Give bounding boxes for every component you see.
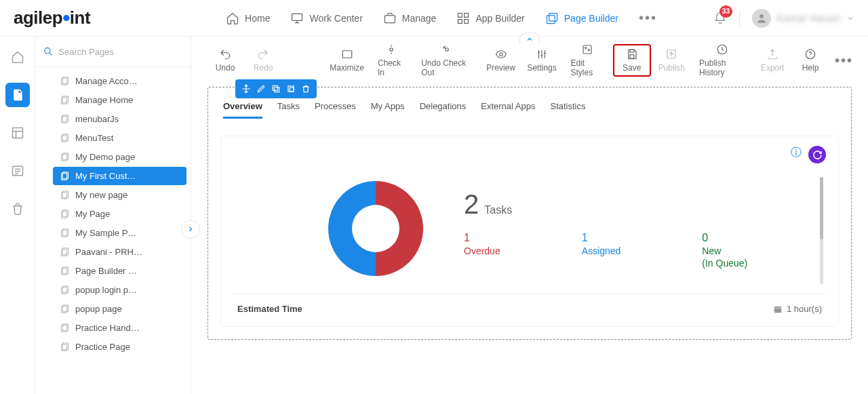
rail-components[interactable] [5,121,30,145]
history-icon [716,43,728,56]
pages-stack-icon [60,209,70,219]
briefcase-icon [383,12,397,25]
page-tree-item[interactable]: popup page [53,300,186,318]
rail-pages[interactable] [5,83,30,107]
user-menu[interactable]: Kamal Hasan [752,9,854,28]
svg-rect-57 [288,86,294,92]
pages-stack-icon [60,266,70,276]
pages-stack-icon [60,76,70,86]
page-icon [11,88,24,102]
nav-manage[interactable]: Manage [383,12,437,25]
page-tree-item[interactable]: Page Builder … [53,262,186,280]
stat-assigned-num: 1 [582,232,621,244]
stat-overdue-label: Overdue [464,245,500,256]
redo-button[interactable]: Redo [244,48,282,73]
tab-item[interactable]: External Apps [481,101,535,119]
publish-button[interactable]: Publish [652,48,691,73]
pages-stack-icon [60,114,70,124]
estimated-time-label: Estimated Time [237,304,302,314]
edit-styles-label: Edit Styles [571,58,604,77]
page-tree-item[interactable]: My new page [53,186,186,204]
edit-styles-button[interactable]: Edit Styles [563,43,612,77]
ft-edit[interactable] [254,82,268,96]
svg-rect-0 [292,14,302,20]
page-tree-item[interactable]: My First Cust… [53,167,186,185]
page-tree-item[interactable]: Practice Page [53,338,186,356]
avatar [752,9,771,28]
maximize-icon [341,48,353,60]
save-button[interactable]: Save [613,44,651,77]
move-icon [241,84,251,94]
element-floating-toolbar [235,79,317,98]
page-tree-label: My new page [75,190,127,200]
nav-more[interactable]: ••• [639,10,657,26]
export-button[interactable]: Export [753,48,791,73]
estimated-time-value: 1 hour(s) [773,304,822,314]
widget-scrollbar[interactable] [820,177,823,284]
svg-point-12 [45,48,50,54]
page-tree-label: My Demo page [75,152,135,162]
undo-checkout-button[interactable]: Undo Check Out [413,43,480,77]
preview-button[interactable]: Preview [480,48,521,73]
nav-home[interactable]: Home [226,12,270,25]
canvas-area[interactable]: OverviewTasksProcessesMy AppsDelegations… [208,87,852,340]
svg-rect-1 [384,15,395,22]
toolbar-more[interactable]: ••• [835,53,853,68]
export-icon [766,48,778,60]
rail-library[interactable] [5,159,30,183]
maximize-button[interactable]: Maximize [324,48,370,73]
nav-work-center[interactable]: Work Center [290,12,362,25]
widget-refresh-button[interactable] [808,146,826,163]
nav-app-builder[interactable]: App Builder [456,12,524,25]
donut-chart-wrap [315,174,437,283]
tab-item[interactable]: Delegations [420,101,467,119]
undo-button[interactable]: Undo [206,48,244,73]
settings-button[interactable]: Settings [521,48,563,73]
search-icon [43,46,53,57]
page-tree[interactable]: Manage Acco…Manage HomemenubarJsMenuTest… [35,67,191,394]
ft-duplicate[interactable] [284,82,298,96]
task-summary: 2 Tasks 1 Overdue 1 Assigned [464,189,819,269]
search-pages-wrap [35,37,191,67]
checkin-button[interactable]: Check In [370,43,413,77]
page-tree-item[interactable]: Paavani - PRH… [53,243,186,261]
notifications-button[interactable]: 33 [713,11,727,26]
redo-label: Redo [254,63,273,73]
tab-item[interactable]: Processes [315,101,356,119]
tab-item[interactable]: My Apps [371,101,405,119]
widget-info-button[interactable]: ⓘ [791,146,802,163]
ft-copy[interactable] [269,82,283,96]
main-area: Manage Acco…Manage HomemenubarJsMenuTest… [0,37,868,394]
eye-icon [495,48,507,60]
tab-item[interactable]: Statistics [551,101,586,119]
page-tree-item[interactable]: popup login p… [53,281,186,299]
nav-page-builder[interactable]: Page Builder [545,12,618,25]
svg-point-48 [585,47,586,49]
nav-manage-label: Manage [402,13,437,24]
page-tree-item[interactable]: Manage Home [53,91,186,109]
tab-item[interactable]: Overview [223,101,262,119]
help-button[interactable]: Help [791,48,829,73]
rail-home[interactable] [5,45,30,69]
ft-move[interactable] [239,82,253,96]
tab-item[interactable]: Tasks [277,101,300,119]
side-rail [0,37,35,394]
publish-history-button[interactable]: Publish History [691,43,753,77]
sidebar-collapse-button[interactable] [181,220,200,239]
search-pages-input[interactable] [58,47,182,57]
ft-delete[interactable] [299,82,313,96]
person-icon [755,12,768,24]
rail-trash[interactable] [5,197,30,221]
page-tree-item[interactable]: MenuTest [53,129,186,147]
pages-stack-icon [60,171,70,181]
page-tree-item[interactable]: My Page [53,205,186,223]
content-area: Undo Redo Maximize Check In Undo Check O… [191,37,868,394]
page-tree-item[interactable]: My Sample P… [53,224,186,242]
page-tree-item[interactable]: Manage Acco… [53,72,186,90]
pencil-icon [256,84,266,94]
page-tree-item[interactable]: My Demo page [53,148,186,166]
monitor-icon [290,12,304,25]
page-tree-item[interactable]: Practice Hand… [53,319,186,337]
expand-toolbar-tab[interactable] [519,33,540,45]
page-tree-item[interactable]: menubarJs [53,110,186,128]
